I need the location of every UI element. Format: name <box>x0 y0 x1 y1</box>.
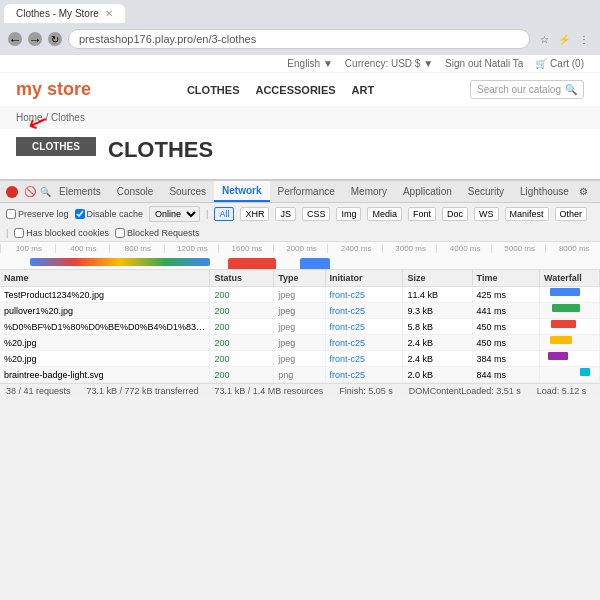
main-nav: CLOTHES ACCESSORIES ART <box>187 84 374 96</box>
table-row[interactable]: %D0%BF%D1%80%D0%BE%D0%B4%D1%83%D0%BA%D1%… <box>0 319 600 335</box>
table-row[interactable]: TestProduct1234%20.jpg 200 jpeg front-c2… <box>0 287 600 303</box>
col-name: Name <box>0 270 210 287</box>
settings-icon[interactable]: ⚙ <box>577 185 591 199</box>
table-row[interactable]: %20.jpg 200 jpeg front-c25 2.4 kB 384 ms <box>0 351 600 367</box>
disable-cache-label[interactable]: Disable cache <box>75 209 144 219</box>
nav-accessories[interactable]: ACCESSORIES <box>255 84 335 96</box>
blocked-requests-label[interactable]: Blocked Requests <box>115 228 200 238</box>
preserve-log-checkbox[interactable] <box>6 209 16 219</box>
toolbar-icons: ☆ ⚡ ⋮ <box>536 31 592 47</box>
mark-2000ms: 8000 ms <box>545 244 600 253</box>
tab-network[interactable]: Network <box>214 181 269 202</box>
cell-time: 441 ms <box>472 303 539 319</box>
table-row[interactable]: braintree-badge-light.svg 200 png front-… <box>0 367 600 383</box>
filter-css[interactable]: CSS <box>302 207 331 221</box>
cell-initiator[interactable]: front-c25 <box>325 367 403 383</box>
reload-button[interactable]: ↻ <box>48 32 62 46</box>
search-box[interactable]: Search our catalog 🔍 <box>470 80 584 99</box>
devtools-controls: 🚫 🔍 <box>4 186 51 198</box>
tab-sources[interactable]: Sources <box>161 182 214 201</box>
filter-ws[interactable]: WS <box>474 207 499 221</box>
tab-memory[interactable]: Memory <box>343 182 395 201</box>
bookmark-icon[interactable]: ☆ <box>536 31 552 47</box>
forward-button[interactable]: → <box>28 32 42 46</box>
preserve-log-label[interactable]: Preserve log <box>6 209 69 219</box>
cell-time: 450 ms <box>472 319 539 335</box>
disable-cache-checkbox[interactable] <box>75 209 85 219</box>
mark-200ms: 400 ms <box>55 244 110 253</box>
header-main: my store CLOTHES ACCESSORIES ART Search … <box>0 73 600 106</box>
tab-performance[interactable]: Performance <box>270 182 343 201</box>
cell-type: jpeg <box>274 287 325 303</box>
network-toolbar: Preserve log Disable cache Online | All … <box>0 203 600 242</box>
tab-elements[interactable]: Elements <box>51 182 109 201</box>
timeline-bar-load <box>300 258 330 270</box>
blocked-cookies-label[interactable]: Has blocked cookies <box>14 228 109 238</box>
table-row[interactable]: %20.jpg 200 jpeg front-c25 2.4 kB 450 ms <box>0 335 600 351</box>
filter-manifest[interactable]: Manifest <box>505 207 549 221</box>
filter-icon[interactable]: 🔍 <box>40 187 51 197</box>
nav-art[interactable]: ART <box>352 84 375 96</box>
filter-all[interactable]: All <box>214 207 234 221</box>
cell-initiator[interactable]: front-c25 <box>325 351 403 367</box>
logo-text: my store <box>16 79 91 99</box>
record-button[interactable] <box>6 186 18 198</box>
filter-img[interactable]: Img <box>336 207 361 221</box>
devtools-tabs: 🚫 🔍 Elements Console Sources Network Per… <box>0 181 600 203</box>
filter-other[interactable]: Other <box>555 207 588 221</box>
sign-in-link[interactable]: Sign out Natali Ta <box>445 58 523 69</box>
language-selector[interactable]: English ▼ <box>287 58 332 69</box>
table-row[interactable]: pullover1%20.jpg 200 jpeg front-c25 9.3 … <box>0 303 600 319</box>
cell-size: 2.0 kB <box>403 367 472 383</box>
tab-application[interactable]: Application <box>395 182 460 201</box>
tab-console[interactable]: Console <box>109 182 162 201</box>
cell-initiator[interactable]: front-c25 <box>325 303 403 319</box>
network-table-container[interactable]: Name Status Type Initiator Size Time Wat… <box>0 270 600 383</box>
nav-clothes[interactable]: CLOTHES <box>187 84 240 96</box>
blocked-requests-checkbox[interactable] <box>115 228 125 238</box>
divider: | <box>206 209 208 219</box>
timeline-bars <box>0 255 600 269</box>
cart-button[interactable]: 🛒 Cart (0) <box>535 58 584 69</box>
network-footer: 38 / 41 requests 73.1 kB / 772 kB transf… <box>0 383 600 398</box>
sidebar: CLOTHES <box>16 137 96 171</box>
cell-type: jpeg <box>274 335 325 351</box>
cell-size: 9.3 kB <box>403 303 472 319</box>
mark-600ms: 1200 ms <box>164 244 219 253</box>
cell-initiator[interactable]: front-c25 <box>325 319 403 335</box>
menu-icon[interactable]: ⋮ <box>576 31 592 47</box>
active-browser-tab[interactable]: Clothes - My Store ✕ <box>4 4 125 23</box>
network-timeline: 100 ms 400 ms 800 ms 1200 ms 1600 ms 200… <box>0 242 600 270</box>
devtools-panel: 🚫 🔍 Elements Console Sources Network Per… <box>0 179 600 398</box>
timeline-bar-loading <box>30 258 210 266</box>
tab-close-button[interactable]: ✕ <box>105 8 113 19</box>
back-button[interactable]: ← <box>8 32 22 46</box>
clear-button[interactable]: 🚫 <box>24 186 36 197</box>
blocked-cookies-checkbox[interactable] <box>14 228 24 238</box>
filter-xhr[interactable]: XHR <box>240 207 269 221</box>
cell-initiator[interactable]: front-c25 <box>325 335 403 351</box>
search-icon[interactable]: 🔍 <box>565 84 577 95</box>
currency-selector[interactable]: Currency: USD $ ▼ <box>345 58 433 69</box>
tab-lighthouse[interactable]: Lighthouse <box>512 182 577 201</box>
address-bar[interactable]: prestashop176.play.pro/en/3-clothes <box>68 29 530 49</box>
site-logo[interactable]: my store <box>16 79 91 100</box>
filter-media[interactable]: Media <box>367 207 402 221</box>
mark-1200ms: 2400 ms <box>327 244 382 253</box>
sidebar-category[interactable]: CLOTHES <box>16 137 96 156</box>
cell-time: 844 ms <box>472 367 539 383</box>
more-tools-icon[interactable]: ⋮ <box>595 185 600 199</box>
cell-size: 2.4 kB <box>403 335 472 351</box>
filter-font[interactable]: Font <box>408 207 436 221</box>
col-type: Type <box>274 270 325 287</box>
cell-initiator[interactable]: front-c25 <box>325 287 403 303</box>
mark-800ms: 1600 ms <box>218 244 273 253</box>
extensions-icon[interactable]: ⚡ <box>556 31 572 47</box>
filter-js[interactable]: JS <box>275 207 296 221</box>
tab-security[interactable]: Security <box>460 182 512 201</box>
filter-doc[interactable]: Doc <box>442 207 468 221</box>
cell-name: %D0%BF%D1%80%D0%BE%D0%B4%D1%83%D0%BA%D1%… <box>0 319 210 335</box>
cell-name: pullover1%20.jpg <box>0 303 210 319</box>
resources-size: 73.1 kB / 1.4 MB resources <box>215 386 324 396</box>
throttle-select[interactable]: Online <box>149 206 200 222</box>
